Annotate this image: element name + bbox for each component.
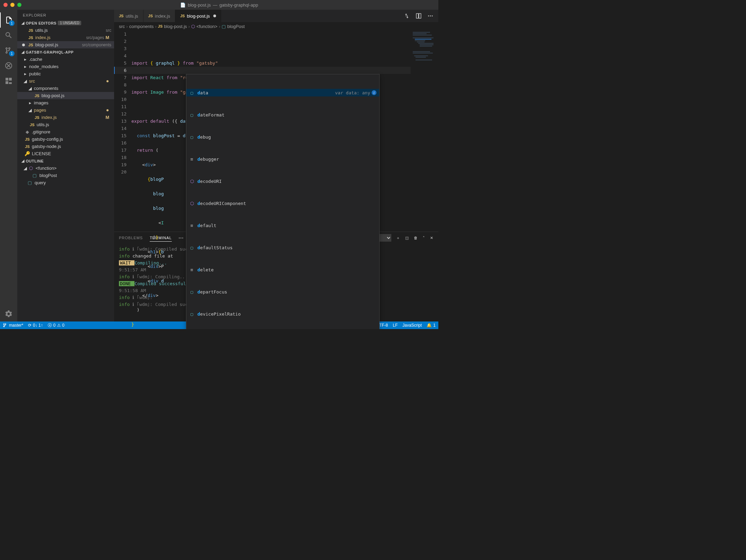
file-item[interactable]: JSgatsby-node.js <box>17 143 114 150</box>
titlebar: 📄 blog-post.js — gatsby-graphql-app <box>0 0 438 10</box>
kill-terminal-icon[interactable]: 🗑 <box>414 236 418 240</box>
more-icon[interactable] <box>427 13 433 19</box>
unsaved-badge: 1 UNSAVED <box>58 21 81 25</box>
folder-item[interactable]: ▸public <box>17 70 114 77</box>
breadcrumb-item[interactable]: blog-post.js <box>164 24 187 29</box>
suggest-item[interactable]: ≡default <box>186 222 379 229</box>
js-icon: JS <box>28 28 34 32</box>
chevron-right-icon: ▸ <box>23 71 28 76</box>
activity-extensions[interactable] <box>0 73 17 88</box>
status-errors[interactable]: ⓧ 0 ⚠ 0 <box>48 323 64 328</box>
folder-name: public <box>29 71 41 76</box>
file-name: gatsby-config.js <box>32 137 111 142</box>
suggest-item[interactable]: ⬡decodeURI <box>186 177 379 185</box>
folder-name: pages <box>34 108 46 113</box>
status-branch[interactable]: master* <box>3 323 23 328</box>
outline-label: OUTLINE <box>26 159 44 163</box>
open-editor-item[interactable]: JS utils.js src <box>17 27 114 34</box>
breadcrumb-item[interactable]: <function> <box>196 24 217 29</box>
tab-utils[interactable]: JSutils.js <box>114 10 143 22</box>
activity-settings[interactable] <box>0 306 17 321</box>
suggest-item[interactable]: ▢ data var data: any i <box>186 89 379 96</box>
suggest-item[interactable]: ▢debug <box>186 133 379 141</box>
file-item[interactable]: JSindex.jsM <box>17 114 114 121</box>
folder-item[interactable]: ▸node_modules <box>17 63 114 70</box>
sidebar: EXPLORER ◢ OPEN EDITORS 1 UNSAVED JS uti… <box>17 10 114 321</box>
status-feedback[interactable]: 🔔 1 <box>427 323 436 328</box>
chevron-down-icon: ◢ <box>21 159 25 163</box>
suggest-item[interactable]: ▢devicePixelRatio <box>186 310 379 318</box>
compare-icon[interactable] <box>404 13 410 19</box>
suggest-item[interactable]: ≡debugger <box>186 155 379 163</box>
info-icon[interactable]: i <box>372 90 376 95</box>
activity-explorer[interactable]: 1 <box>0 12 17 28</box>
file-item[interactable]: ◆.gitignore <box>17 128 114 136</box>
svg-point-3 <box>432 16 433 17</box>
symbol-function-icon: ⬡ <box>191 24 195 29</box>
symbol-variable-icon: ▢ <box>189 89 195 96</box>
bug-icon <box>4 62 13 70</box>
tab-index[interactable]: JSindex.js <box>143 10 176 22</box>
symbol-function-icon: ⬡ <box>29 166 33 171</box>
activity-scm[interactable]: 1 <box>0 43 17 58</box>
js-icon: JS <box>24 144 30 149</box>
dirty-dot-icon <box>22 44 25 46</box>
activity-debug[interactable] <box>0 58 17 73</box>
file-item[interactable]: JSblog-post.js <box>17 92 114 99</box>
suggest-widget[interactable]: ▢ data var data: any i ▢dateFormat ▢debu… <box>186 74 380 329</box>
breadcrumb-item[interactable]: src <box>119 24 125 29</box>
suggest-item[interactable]: ⬡decodeURIComponent <box>186 199 379 207</box>
code-editor[interactable]: import { graphql } from "gatsby" import … <box>131 30 411 232</box>
open-editors-header[interactable]: ◢ OPEN EDITORS 1 UNSAVED <box>17 19 114 27</box>
suggest-item[interactable]: ≡delete <box>186 266 379 273</box>
folder-item[interactable]: ▸.cache <box>17 56 114 63</box>
chevron-down-icon: ◢ <box>28 86 32 91</box>
file-item[interactable]: 🔑LICENSE <box>17 150 114 157</box>
breadcrumbs[interactable]: src› components› JS blog-post.js› ⬡ <fun… <box>114 22 438 30</box>
maximize-window[interactable] <box>17 3 21 7</box>
file-icon: 📄 <box>180 2 186 8</box>
workspace-header[interactable]: ◢ GATSBY-GRAPHQL-APP <box>17 48 114 56</box>
chevron-down-icon: ◢ <box>23 166 28 171</box>
suggest-item[interactable]: ▢defaultStatus <box>186 244 379 251</box>
maximize-panel-icon[interactable]: ˄ <box>423 236 425 240</box>
file-name: index.js <box>41 115 104 120</box>
split-editor-icon[interactable] <box>416 13 422 19</box>
open-editor-item[interactable]: JS index.js src/pages M <box>17 34 114 41</box>
file-name: blog-post.js <box>41 93 111 98</box>
breadcrumb-item[interactable]: blogPost <box>227 24 245 29</box>
outline-item[interactable]: ▢query <box>17 179 114 186</box>
folder-name: components <box>34 86 58 91</box>
folder-item[interactable]: ▸images <box>17 99 114 106</box>
activity-bar: 1 1 <box>0 10 17 321</box>
outline-item[interactable]: ◢⬡<function> <box>17 165 114 172</box>
breadcrumb-item[interactable]: components <box>129 24 154 29</box>
minimap[interactable] <box>411 30 438 232</box>
open-editor-item[interactable]: JS blog-post.js src/components <box>17 41 114 48</box>
license-icon: 🔑 <box>24 151 30 156</box>
suggest-item[interactable]: ▢dateFormat <box>186 111 379 119</box>
outline-header[interactable]: ◢ OUTLINE <box>17 157 114 165</box>
minimize-window[interactable] <box>10 3 15 7</box>
folder-item[interactable]: ◢pages <box>17 106 114 114</box>
js-icon: JS <box>119 14 123 18</box>
symbol-variable-icon: ▢ <box>189 288 195 296</box>
file-item[interactable]: JSgatsby-config.js <box>17 136 114 143</box>
symbol-variable-icon: ▢ <box>32 173 37 178</box>
activity-search[interactable] <box>0 28 17 43</box>
modified-dot-icon <box>106 80 109 82</box>
suggest-item[interactable]: ▢departFocus <box>186 288 379 296</box>
outline-item[interactable]: ▢blogPost <box>17 172 114 179</box>
tab-filename: index.js <box>155 13 170 19</box>
tab-blog-post[interactable]: JSblog-post.js <box>175 10 221 22</box>
close-panel-icon[interactable]: ✕ <box>430 236 433 240</box>
folder-item[interactable]: ◢src <box>17 77 114 85</box>
file-item[interactable]: JSutils.js <box>17 121 114 128</box>
tab-filename: blog-post.js <box>187 13 210 19</box>
chevron-right-icon: ▸ <box>28 100 32 105</box>
close-window[interactable] <box>3 3 8 7</box>
explorer-badge: 1 <box>9 20 15 26</box>
status-sync[interactable]: ⟳ 0↓ 1↑ <box>28 323 43 328</box>
symbol-keyword-icon: ≡ <box>189 266 195 273</box>
folder-item[interactable]: ◢components <box>17 85 114 92</box>
